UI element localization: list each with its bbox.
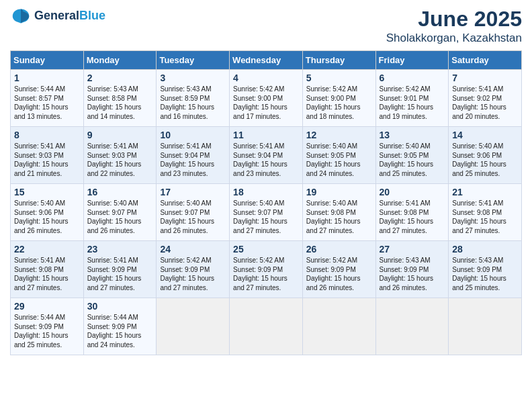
day-number: 11	[233, 130, 299, 140]
day-number: 25	[233, 244, 299, 255]
day-number: 7	[452, 73, 518, 83]
calendar-cell	[302, 298, 375, 355]
day-number: 29	[14, 301, 80, 312]
col-sunday: Sunday	[11, 51, 84, 70]
day-number: 21	[452, 187, 518, 197]
day-info: Sunrise: 5:40 AM Sunset: 9:07 PM Dayligh…	[233, 199, 299, 235]
calendar-cell: 19 Sunrise: 5:40 AM Sunset: 9:08 PM Dayl…	[302, 184, 375, 241]
calendar-cell: 11 Sunrise: 5:41 AM Sunset: 9:04 PM Dayl…	[230, 127, 303, 184]
col-friday: Friday	[375, 51, 449, 70]
col-monday: Monday	[83, 51, 157, 70]
day-number: 20	[380, 187, 445, 197]
day-number: 10	[160, 130, 226, 140]
day-info: Sunrise: 5:42 AM Sunset: 9:00 PM Dayligh…	[233, 85, 299, 121]
day-number: 13	[380, 130, 445, 140]
calendar-cell: 23 Sunrise: 5:41 AM Sunset: 9:09 PM Dayl…	[83, 241, 157, 298]
day-info: Sunrise: 5:40 AM Sunset: 9:06 PM Dayligh…	[14, 199, 80, 235]
calendar-cell: 5 Sunrise: 5:42 AM Sunset: 9:00 PM Dayli…	[302, 70, 375, 127]
day-info: Sunrise: 5:41 AM Sunset: 9:03 PM Dayligh…	[14, 142, 80, 178]
calendar-cell: 27 Sunrise: 5:43 AM Sunset: 9:09 PM Dayl…	[375, 241, 449, 298]
day-info: Sunrise: 5:44 AM Sunset: 9:09 PM Dayligh…	[87, 313, 153, 349]
col-saturday: Saturday	[449, 51, 522, 70]
day-info: Sunrise: 5:42 AM Sunset: 9:09 PM Dayligh…	[160, 256, 226, 292]
calendar-cell: 9 Sunrise: 5:41 AM Sunset: 9:03 PM Dayli…	[83, 127, 157, 184]
weekday-row: Sunday Monday Tuesday Wednesday Thursday…	[11, 51, 522, 70]
day-number: 22	[14, 244, 80, 255]
calendar-cell: 16 Sunrise: 5:40 AM Sunset: 9:07 PM Dayl…	[83, 184, 157, 241]
day-number: 16	[87, 187, 153, 197]
calendar-cell: 4 Sunrise: 5:42 AM Sunset: 9:00 PM Dayli…	[230, 70, 303, 127]
logo-icon	[10, 7, 32, 26]
day-info: Sunrise: 5:43 AM Sunset: 8:58 PM Dayligh…	[87, 85, 153, 121]
calendar-cell: 3 Sunrise: 5:43 AM Sunset: 8:59 PM Dayli…	[157, 70, 230, 127]
logo: GeneralBlue	[10, 7, 105, 26]
day-number: 26	[306, 244, 372, 255]
day-info: Sunrise: 5:41 AM Sunset: 9:04 PM Dayligh…	[233, 142, 299, 178]
calendar-cell	[375, 298, 449, 355]
logo-text: GeneralBlue	[34, 9, 105, 23]
calendar-cell: 7 Sunrise: 5:41 AM Sunset: 9:02 PM Dayli…	[449, 70, 522, 127]
day-number: 3	[160, 73, 226, 83]
day-number: 1	[14, 73, 80, 83]
day-info: Sunrise: 5:41 AM Sunset: 9:03 PM Dayligh…	[87, 142, 153, 178]
calendar-cell: 18 Sunrise: 5:40 AM Sunset: 9:07 PM Dayl…	[230, 184, 303, 241]
day-number: 15	[14, 187, 80, 197]
day-info: Sunrise: 5:43 AM Sunset: 8:59 PM Dayligh…	[160, 85, 226, 121]
calendar-row: 22 Sunrise: 5:41 AM Sunset: 9:08 PM Dayl…	[11, 241, 522, 298]
calendar-cell: 25 Sunrise: 5:42 AM Sunset: 9:09 PM Dayl…	[230, 241, 303, 298]
day-number: 19	[306, 187, 372, 197]
day-info: Sunrise: 5:41 AM Sunset: 9:08 PM Dayligh…	[452, 199, 518, 235]
calendar-cell: 2 Sunrise: 5:43 AM Sunset: 8:58 PM Dayli…	[83, 70, 157, 127]
day-number: 6	[380, 73, 445, 83]
title-area: June 2025 Sholakkorgan, Kazakhstan	[386, 7, 522, 45]
calendar-cell: 10 Sunrise: 5:41 AM Sunset: 9:04 PM Dayl…	[157, 127, 230, 184]
calendar-cell	[449, 298, 522, 355]
day-number: 8	[14, 130, 80, 140]
day-info: Sunrise: 5:42 AM Sunset: 9:00 PM Dayligh…	[306, 85, 372, 121]
day-number: 4	[233, 73, 299, 83]
calendar-cell: 1 Sunrise: 5:44 AM Sunset: 8:57 PM Dayli…	[11, 70, 84, 127]
calendar-cell: 24 Sunrise: 5:42 AM Sunset: 9:09 PM Dayl…	[157, 241, 230, 298]
calendar-cell: 14 Sunrise: 5:40 AM Sunset: 9:06 PM Dayl…	[449, 127, 522, 184]
day-number: 12	[306, 130, 372, 140]
day-info: Sunrise: 5:42 AM Sunset: 9:01 PM Dayligh…	[380, 85, 445, 121]
day-info: Sunrise: 5:43 AM Sunset: 9:09 PM Dayligh…	[380, 256, 445, 292]
calendar-cell: 30 Sunrise: 5:44 AM Sunset: 9:09 PM Dayl…	[83, 298, 157, 355]
day-number: 18	[233, 187, 299, 197]
col-thursday: Thursday	[302, 51, 375, 70]
day-number: 5	[306, 73, 372, 83]
day-info: Sunrise: 5:40 AM Sunset: 9:05 PM Dayligh…	[380, 142, 445, 178]
day-info: Sunrise: 5:41 AM Sunset: 9:04 PM Dayligh…	[160, 142, 226, 178]
page-header: GeneralBlue June 2025 Sholakkorgan, Kaza…	[10, 7, 522, 45]
day-info: Sunrise: 5:42 AM Sunset: 9:09 PM Dayligh…	[306, 256, 372, 292]
calendar-cell: 8 Sunrise: 5:41 AM Sunset: 9:03 PM Dayli…	[11, 127, 84, 184]
day-info: Sunrise: 5:40 AM Sunset: 9:07 PM Dayligh…	[87, 199, 153, 235]
day-info: Sunrise: 5:40 AM Sunset: 9:07 PM Dayligh…	[160, 199, 226, 235]
calendar-cell: 15 Sunrise: 5:40 AM Sunset: 9:06 PM Dayl…	[11, 184, 84, 241]
day-number: 24	[160, 244, 226, 255]
day-number: 2	[87, 73, 153, 83]
location-title: Sholakkorgan, Kazakhstan	[386, 32, 522, 45]
calendar-table: Sunday Monday Tuesday Wednesday Thursday…	[10, 50, 522, 355]
day-info: Sunrise: 5:41 AM Sunset: 9:02 PM Dayligh…	[452, 85, 518, 121]
col-tuesday: Tuesday	[157, 51, 230, 70]
calendar-row: 29 Sunrise: 5:44 AM Sunset: 9:09 PM Dayl…	[11, 298, 522, 355]
calendar-cell: 13 Sunrise: 5:40 AM Sunset: 9:05 PM Dayl…	[375, 127, 449, 184]
day-info: Sunrise: 5:42 AM Sunset: 9:09 PM Dayligh…	[233, 256, 299, 292]
day-number: 23	[87, 244, 153, 255]
day-info: Sunrise: 5:41 AM Sunset: 9:08 PM Dayligh…	[380, 199, 445, 235]
calendar-cell: 6 Sunrise: 5:42 AM Sunset: 9:01 PM Dayli…	[375, 70, 449, 127]
day-info: Sunrise: 5:40 AM Sunset: 9:08 PM Dayligh…	[306, 199, 372, 235]
calendar-cell	[157, 298, 230, 355]
day-info: Sunrise: 5:40 AM Sunset: 9:05 PM Dayligh…	[306, 142, 372, 178]
day-info: Sunrise: 5:44 AM Sunset: 8:57 PM Dayligh…	[14, 85, 80, 121]
calendar-cell: 20 Sunrise: 5:41 AM Sunset: 9:08 PM Dayl…	[375, 184, 449, 241]
month-title: June 2025	[386, 7, 522, 32]
calendar-cell	[230, 298, 303, 355]
col-wednesday: Wednesday	[230, 51, 303, 70]
day-number: 9	[87, 130, 153, 140]
day-info: Sunrise: 5:43 AM Sunset: 9:09 PM Dayligh…	[452, 256, 518, 292]
day-number: 17	[160, 187, 226, 197]
day-info: Sunrise: 5:40 AM Sunset: 9:06 PM Dayligh…	[452, 142, 518, 178]
calendar-row: 8 Sunrise: 5:41 AM Sunset: 9:03 PM Dayli…	[11, 127, 522, 184]
